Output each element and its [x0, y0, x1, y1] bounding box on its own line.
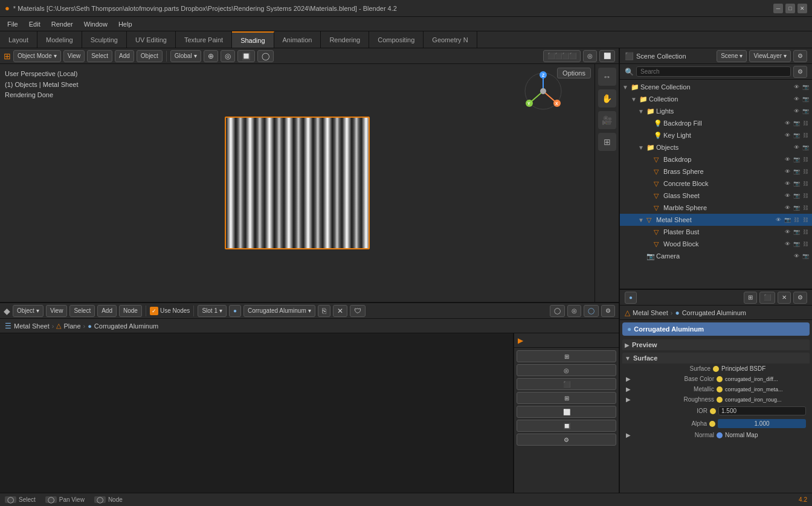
- props-icon-4[interactable]: ✕: [778, 292, 791, 304]
- menu-edit[interactable]: Edit: [24, 19, 45, 29]
- back-eye[interactable]: 👁: [783, 155, 791, 164]
- breadcrumb-metal-sheet[interactable]: Metal Sheet: [14, 322, 50, 330]
- tab-sculpting[interactable]: Sculpting: [82, 31, 127, 48]
- o-eye[interactable]: 👁: [792, 143, 801, 152]
- ms-render[interactable]: 📷: [792, 203, 801, 212]
- o-render[interactable]: 📷: [801, 143, 810, 152]
- ms-eye[interactable]: 👁: [783, 203, 791, 212]
- object-btn[interactable]: Object: [137, 50, 163, 62]
- msh-constraint[interactable]: ⛓: [792, 216, 801, 224]
- node-copy-btn[interactable]: ⎘: [318, 305, 330, 317]
- tab-compositing[interactable]: Compositing: [369, 31, 424, 48]
- tree-arrow-msh[interactable]: ▼: [638, 217, 645, 223]
- menu-file[interactable]: File: [2, 19, 23, 29]
- metallic-expand[interactable]: ▶: [626, 386, 631, 392]
- tree-arrow-c[interactable]: ▼: [631, 96, 638, 103]
- base-color-expand[interactable]: ▶: [626, 376, 631, 382]
- node-view-btn[interactable]: View: [46, 305, 68, 317]
- filter-btn[interactable]: ⚙: [793, 66, 807, 78]
- metallic-value[interactable]: corrugated_iron_meta...: [725, 386, 806, 392]
- tab-rendering[interactable]: Rendering: [321, 31, 369, 48]
- node-slot-dropdown[interactable]: Slot 1 ▾: [198, 305, 227, 317]
- mode-dropdown[interactable]: Object Mode ▾: [13, 50, 61, 62]
- node-fake-user-btn[interactable]: 🛡: [350, 305, 366, 317]
- node-overlay-btn[interactable]: ◎: [567, 305, 581, 317]
- scene-dropdown[interactable]: Scene▾: [717, 50, 747, 62]
- node-shading-btn[interactable]: ◯: [584, 305, 599, 317]
- props-icon-2[interactable]: ⊞: [744, 292, 757, 304]
- props-icon-3[interactable]: ⬛: [759, 292, 775, 304]
- msh-extra[interactable]: ⛓: [801, 216, 810, 224]
- gs-eye[interactable]: 👁: [783, 191, 791, 200]
- kl-eye[interactable]: 👁: [783, 131, 791, 139]
- close-button[interactable]: ✕: [798, 4, 807, 13]
- tree-metal-sheet[interactable]: ▼ ▽ Metal Sheet 👁 📷 ⛓ ⛓: [620, 214, 812, 226]
- viewport-tool-2[interactable]: ✋: [598, 89, 616, 107]
- tree-arrow-l[interactable]: ▼: [638, 108, 645, 115]
- tree-arrow-o[interactable]: ▼: [638, 144, 645, 151]
- breadcrumb-corrugated[interactable]: Corrugated Aluminum: [94, 322, 158, 330]
- transform-icon[interactable]: ⊕: [204, 50, 218, 62]
- snap-icon[interactable]: 🔲: [237, 50, 255, 62]
- tree-arrow-sc[interactable]: ▼: [622, 84, 630, 91]
- use-nodes-toggle[interactable]: ✓ Use Nodes: [150, 307, 190, 315]
- msh-render[interactable]: 📷: [783, 216, 791, 224]
- bs-render[interactable]: 📷: [792, 167, 801, 176]
- pb-eye[interactable]: 👁: [783, 228, 791, 236]
- surface-type-value[interactable]: Principled BSDF: [721, 365, 806, 372]
- gs-render[interactable]: 📷: [792, 191, 801, 200]
- kl-render[interactable]: 📷: [792, 131, 801, 139]
- global-dropdown[interactable]: Global ▾: [170, 50, 201, 62]
- cb-eye[interactable]: 👁: [783, 179, 791, 188]
- props-icon-5[interactable]: ⚙: [793, 292, 807, 304]
- pivot-icon[interactable]: ◎: [221, 50, 235, 62]
- wb-render[interactable]: 📷: [792, 240, 801, 248]
- c-render[interactable]: 📷: [801, 95, 810, 103]
- np-tool-2[interactable]: ◎: [517, 364, 616, 376]
- tab-modeling[interactable]: Modeling: [37, 31, 82, 48]
- proportional-icon[interactable]: ◯: [257, 50, 274, 62]
- viewport-tool-3[interactable]: 🎥: [598, 111, 616, 129]
- normal-expand[interactable]: ▶: [626, 432, 631, 438]
- surface-header[interactable]: ▼ Surface: [622, 353, 810, 363]
- sc-eye[interactable]: 👁: [792, 83, 801, 91]
- node-unlink-btn[interactable]: ✕: [333, 305, 347, 317]
- preview-header[interactable]: ▶ Preview: [622, 339, 810, 350]
- node-canvas[interactable]: ▼ Object Coordinates (Box Projection) ⊞ …: [0, 333, 513, 493]
- viewlayer-dropdown[interactable]: ViewLayer▾: [749, 50, 791, 62]
- tree-key-light[interactable]: 💡 Key Light 👁 📷 ⛓: [620, 129, 812, 141]
- menu-help[interactable]: Help: [114, 19, 137, 29]
- ior-value[interactable]: [718, 406, 806, 415]
- tree-wood-block[interactable]: ▽ Wood Block 👁 📷 ⛓: [620, 238, 812, 250]
- tree-backdrop-fill[interactable]: 💡 Backdrop Fill 👁 📷 ⛓: [620, 117, 812, 129]
- cam-eye[interactable]: 👁: [792, 252, 801, 260]
- view-btn[interactable]: View: [63, 50, 85, 62]
- cb-render[interactable]: 📷: [792, 179, 801, 188]
- bs-eye[interactable]: 👁: [783, 167, 791, 176]
- options-button[interactable]: Options: [557, 68, 591, 78]
- np-tool-3[interactable]: ⬛: [517, 378, 616, 390]
- node-select-btn[interactable]: Select: [69, 305, 95, 317]
- bf-constraint[interactable]: ⛓: [801, 119, 810, 127]
- tab-layout[interactable]: Layout: [0, 31, 37, 48]
- back-render[interactable]: 📷: [792, 155, 801, 164]
- normal-value[interactable]: Normal Map: [725, 432, 806, 438]
- node-add-btn[interactable]: Add: [97, 305, 117, 317]
- pb-render[interactable]: 📷: [792, 228, 801, 236]
- cb-constraint[interactable]: ⛓: [801, 179, 810, 188]
- menu-window[interactable]: Window: [79, 19, 112, 29]
- base-color-value[interactable]: corrugated_iron_diff...: [725, 376, 806, 382]
- props-breadcrumb-mat[interactable]: Corrugated Aluminum: [682, 309, 746, 316]
- np-tool-6[interactable]: 🔲: [517, 420, 616, 432]
- back-constraint[interactable]: ⛓: [801, 155, 810, 164]
- select-btn[interactable]: Select: [87, 50, 112, 62]
- search-input[interactable]: [636, 66, 791, 77]
- node-material-name[interactable]: Corrugated Aluminum ▾: [243, 305, 315, 317]
- kl-constraint[interactable]: ⛓: [801, 131, 810, 139]
- ms-constraint[interactable]: ⛓: [801, 203, 810, 212]
- tree-brass-sphere[interactable]: ▽ Brass Sphere 👁 📷 ⛓: [620, 165, 812, 178]
- add-btn[interactable]: Add: [115, 50, 134, 62]
- tab-texture-paint[interactable]: Texture Paint: [176, 31, 232, 48]
- tab-animation[interactable]: Animation: [274, 31, 321, 48]
- tree-glass-sheet[interactable]: ▽ Glass Sheet 👁 📷 ⛓: [620, 190, 812, 202]
